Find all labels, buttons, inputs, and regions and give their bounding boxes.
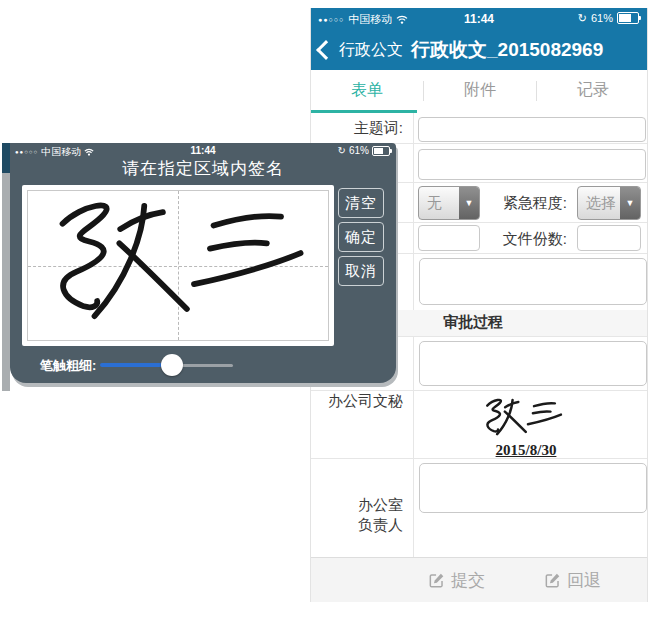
subject-label: 主题词:	[311, 119, 403, 138]
status-bar: ●●○○○ 中国移动 11:44 ↻ 61%	[311, 8, 647, 30]
cancel-button[interactable]: 取消	[338, 256, 384, 286]
rollback-label: 回退	[567, 569, 601, 592]
dialog-status-bar: ●●○○○ 中国移动 11:44 ↻ 61%	[10, 145, 396, 157]
tab-bar: 表单 附件 记录	[311, 70, 647, 113]
slider-track-empty[interactable]	[182, 364, 233, 367]
approval-textarea[interactable]	[419, 341, 647, 386]
signature-date: 2015/8/30	[461, 442, 591, 459]
text-input[interactable]	[418, 149, 646, 180]
footer-bar: 提交 回退	[311, 557, 647, 602]
nav-bar: 行政公文 行政收文_2015082969	[311, 30, 647, 70]
secretary-label: 办公司文秘	[311, 392, 403, 411]
battery-icon	[372, 146, 390, 156]
dialog-title: 请在指定区域内签名	[10, 157, 396, 180]
clear-button[interactable]: 清空	[338, 188, 384, 218]
signature-strokes	[30, 190, 326, 341]
orientation-lock-icon: ↻	[578, 13, 587, 24]
copies-label: 文件份数:	[461, 230, 567, 249]
row-divider	[311, 390, 647, 391]
slider-track-filled[interactable]	[100, 363, 162, 367]
back-chevron-icon[interactable]	[316, 40, 336, 60]
urgency-dropdown[interactable]: 选择 ▼	[577, 186, 641, 220]
orientation-lock-icon: ↻	[338, 145, 346, 156]
urgency-label: 紧急程度:	[461, 194, 567, 213]
battery-percent-label: 61%	[349, 145, 369, 156]
underlying-screen-edge-blue	[2, 143, 10, 173]
page-title: 行政收文_2015082969	[411, 37, 603, 63]
rollback-button[interactable]: 回退	[544, 558, 601, 603]
edit-icon	[544, 572, 561, 589]
tab-records[interactable]: 记录	[537, 70, 649, 110]
manager-label-line1: 办公室	[311, 496, 403, 515]
battery-icon	[617, 12, 639, 24]
dropdown-arrow-icon: ▼	[620, 187, 640, 219]
section-header: 审批过程	[443, 313, 503, 332]
stroke-width-label: 笔触粗细:	[40, 357, 96, 375]
header: ●●○○○ 中国移动 11:44 ↻ 61% 行政公文 行政收文_2015082…	[311, 8, 647, 70]
tab-divider	[423, 81, 424, 101]
signature-image	[479, 395, 567, 442]
copies-input[interactable]	[577, 225, 641, 251]
manager-input[interactable]	[419, 463, 647, 513]
submit-label: 提交	[451, 569, 485, 592]
signature-dialog: ●●○○○ 中国移动 11:44 ↻ 61% 请在指定区域内签名 清空 确定 取…	[10, 143, 396, 383]
tab-divider	[536, 81, 537, 101]
urgency-dropdown-value: 选择	[578, 194, 620, 213]
edit-icon	[428, 572, 445, 589]
level-dropdown-value: 无	[419, 194, 459, 213]
submit-button[interactable]: 提交	[428, 558, 485, 603]
screenshot-root: ●●○○○ 中国移动 11:44 ↻ 61% 行政公文 行政收文_2015082…	[0, 0, 650, 625]
manager-label-line2: 负责人	[311, 516, 403, 535]
signature-canvas[interactable]	[22, 185, 334, 346]
remark-textarea[interactable]	[419, 258, 647, 305]
confirm-button[interactable]: 确定	[338, 222, 384, 252]
underlying-screen-edge-gray	[2, 173, 10, 391]
battery-percent-label: 61%	[591, 12, 613, 24]
subject-input[interactable]	[418, 117, 646, 142]
slider-thumb[interactable]	[161, 354, 183, 376]
tab-form[interactable]: 表单	[311, 70, 423, 110]
tab-attachments[interactable]: 附件	[424, 70, 536, 110]
back-button[interactable]: 行政公文	[339, 40, 403, 61]
